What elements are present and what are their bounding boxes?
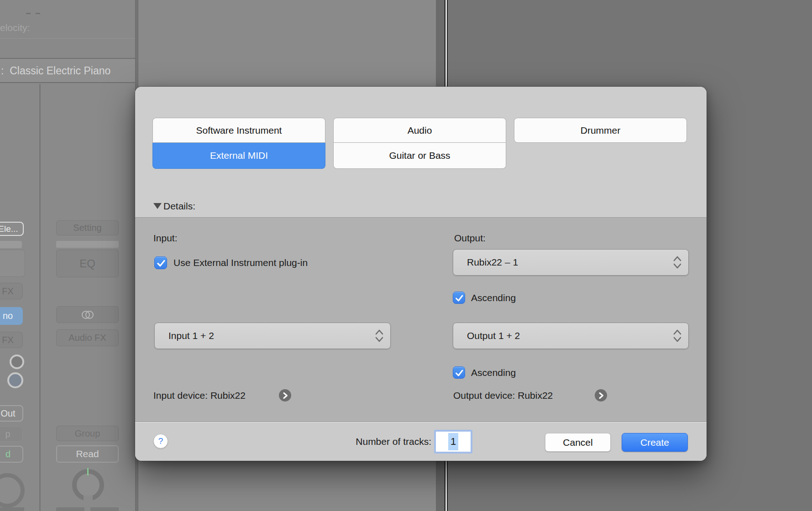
track-type-external-midi[interactable]: External MIDI (152, 143, 325, 169)
chevron-up-down-icon (672, 328, 682, 343)
question-mark-icon: ? (158, 436, 163, 446)
track-type-drummer[interactable]: Drummer (514, 118, 687, 143)
pan-knob[interactable] (0, 473, 25, 508)
output-section-label: Output: (454, 233, 486, 244)
value-dash (26, 13, 31, 14)
number-of-tracks-value: 1 (448, 433, 458, 450)
eq-slot[interactable] (0, 250, 25, 277)
checkmark-icon (453, 367, 466, 379)
track-type-software-instrument[interactable]: Software Instrument (152, 118, 325, 143)
create-button[interactable]: Create (622, 433, 688, 452)
input-device-label: Input device: Rubix22 (153, 390, 246, 401)
output-button[interactable]: Out (0, 405, 23, 422)
use-external-instrument-label: Use External Instrument plug-in (173, 257, 308, 268)
send-knob[interactable] (7, 372, 23, 388)
checkmark-icon (155, 257, 168, 270)
output-device-disclosure-button[interactable] (595, 389, 607, 402)
patch-name-label: : Classic Electric Piano (1, 65, 110, 77)
channel-strip-slot[interactable] (0, 241, 22, 248)
output-channel-select[interactable]: Output 1 + 2 (453, 323, 689, 349)
input-device-disclosure-button[interactable] (279, 389, 291, 402)
midi-fx-slot[interactable]: FX (0, 283, 23, 299)
gain-slot[interactable] (56, 241, 119, 248)
velocity-label: elocity: (0, 22, 30, 33)
group-button[interactable]: Group (56, 426, 119, 441)
meter-footer (0, 507, 24, 511)
checkmark-icon (453, 292, 466, 304)
patch-name-row: : Classic Electric Piano (0, 58, 135, 83)
ascending-checkbox-2[interactable] (453, 366, 465, 379)
audio-fx-slot[interactable]: FX (0, 332, 23, 348)
dialog-footer: ? Number of tracks: 1 Cancel Create (135, 422, 707, 461)
use-external-instrument-checkbox[interactable] (154, 256, 167, 269)
output-device-label: Output device: Rubix22 (453, 390, 553, 401)
audio-fx-button[interactable]: Audio FX (56, 329, 119, 346)
stereo-circles-icon (80, 309, 95, 320)
track-type-audio[interactable]: Audio (333, 118, 506, 143)
automation-read-button[interactable]: Read (56, 445, 119, 463)
pan-knob-tick (87, 468, 89, 475)
patch-pill[interactable]: Ele... (0, 222, 24, 236)
chevron-up-down-icon (672, 255, 682, 270)
ascending-label-2: Ascending (471, 367, 516, 378)
stereo-format-button[interactable] (56, 306, 119, 323)
help-button[interactable]: ? (153, 434, 168, 448)
chevron-right-icon (282, 392, 288, 399)
details-label[interactable]: Details: (163, 201, 195, 212)
setting-button[interactable]: Setting (56, 220, 119, 235)
meter-footer (56, 507, 84, 511)
new-tracks-dialog: Software Instrument External MIDI Audio … (135, 87, 707, 461)
chevron-up-down-icon (374, 328, 384, 343)
send-knob[interactable] (10, 355, 24, 369)
group-button-left[interactable]: p (0, 426, 23, 442)
number-of-tracks-label: Number of tracks: (356, 436, 431, 447)
meter-footer (90, 507, 119, 511)
automation-button-left[interactable]: d (0, 446, 23, 463)
ascending-checkbox-1[interactable] (453, 292, 465, 304)
number-of-tracks-input[interactable]: 1 (434, 430, 472, 454)
divider (0, 38, 135, 39)
disclosure-triangle-icon[interactable] (153, 203, 162, 209)
value-dash (36, 13, 40, 14)
output-select[interactable]: Rubix22 – 1 (453, 249, 689, 276)
ascending-label-1: Ascending (471, 292, 516, 303)
chevron-right-icon (598, 392, 604, 399)
divider (39, 84, 41, 511)
cancel-button[interactable]: Cancel (545, 433, 611, 452)
input-section-label: Input: (153, 233, 178, 244)
pan-knob-notch (84, 495, 93, 501)
instrument-slot[interactable]: no (0, 307, 23, 325)
input-channel-select[interactable]: Input 1 + 2 (154, 323, 391, 349)
eq-button[interactable]: EQ (56, 250, 119, 277)
track-type-guitar-or-bass[interactable]: Guitar or Bass (333, 143, 506, 169)
